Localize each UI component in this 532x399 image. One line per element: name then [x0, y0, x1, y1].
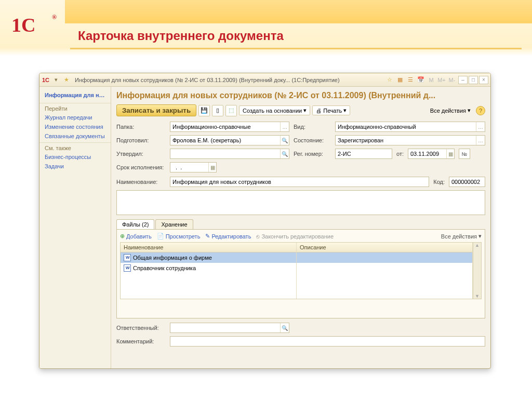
file-row[interactable]: Справочник сотрудника: [121, 263, 296, 273]
minimize-button[interactable]: –: [458, 76, 468, 84]
from-label: от:: [396, 151, 404, 157]
nav-link-processes[interactable]: Бизнес-процессы: [39, 152, 111, 162]
regnum-label: Рег. номер:: [294, 151, 331, 157]
prepared-label: Подготовил:: [116, 137, 166, 143]
scrollbar[interactable]: ▲▼: [473, 243, 481, 299]
printer-icon: 🖨: [316, 108, 322, 114]
approved-label: Утвердил:: [116, 151, 166, 157]
browse-icon[interactable]: …: [476, 122, 485, 131]
window-title-text: Информация для новых сотрудников (№ 2-ИС…: [73, 77, 383, 83]
file-table: Наименование Общая информация о фирме Сп…: [120, 242, 482, 299]
word-doc-icon: [124, 264, 131, 272]
help-icon[interactable]: ?: [476, 106, 485, 115]
tab-body-files: ⊕Добавить 📄Просмотреть ✎Редактировать ⎋З…: [116, 229, 485, 318]
calendar-icon[interactable]: ▦: [446, 149, 454, 158]
favorite-icon[interactable]: ☆: [385, 76, 394, 84]
word-doc-icon: [124, 254, 131, 261]
finish-edit-button[interactable]: ⎋Закончить редактирование: [256, 233, 334, 240]
workspace: Информация для нов… Перейти Журнал перед…: [39, 87, 490, 368]
code-field[interactable]: [449, 177, 485, 187]
main-toolbar: Записать и закрыть 💾 ▯ ⬚ Создать на осно…: [116, 104, 485, 116]
comment-field[interactable]: [170, 336, 485, 347]
mem-mminus[interactable]: M-: [448, 76, 456, 84]
chevron-down-icon: ▾: [478, 233, 482, 240]
print-button[interactable]: 🖨Печать▾: [312, 105, 350, 115]
nav-section-seealso: См. также: [39, 142, 111, 152]
tab-storage[interactable]: Хранение: [155, 219, 193, 229]
app-icon: 1С: [42, 76, 50, 84]
comment-label: Комментарий:: [116, 338, 166, 344]
files-all-actions-button[interactable]: Все действия▾: [441, 233, 482, 240]
content-area: Информация для новых сотрудников (№ 2-ИС…: [111, 87, 490, 368]
approved-field[interactable]: 🔍: [170, 149, 289, 159]
close-button[interactable]: ×: [479, 76, 488, 84]
stop-icon: ⎋: [256, 233, 260, 240]
chevron-down-icon: ▾: [343, 107, 347, 114]
grid-icon[interactable]: ▦: [396, 76, 404, 84]
nav-link-tasks[interactable]: Задачи: [39, 162, 111, 171]
window-titlebar: 1С ▾ ★ Информация для новых сотрудников …: [39, 73, 490, 87]
list-icon[interactable]: ☰: [406, 76, 415, 84]
dropdown-icon[interactable]: ▾: [52, 76, 60, 84]
responsible-field[interactable]: 🔍: [170, 323, 289, 333]
folder-label: Папка:: [116, 124, 166, 130]
regnum-field[interactable]: [335, 149, 392, 159]
description-textarea[interactable]: [116, 190, 485, 215]
col-header-desc[interactable]: Описание: [297, 243, 472, 252]
file-row-desc: [297, 263, 472, 273]
search-icon[interactable]: 🔍: [280, 323, 289, 332]
name-field[interactable]: [170, 177, 429, 187]
due-date-field[interactable]: ▦: [170, 162, 217, 172]
nav-link-state-change[interactable]: Изменение состояния: [39, 122, 111, 131]
star-icon[interactable]: ★: [62, 76, 71, 84]
calendar-icon[interactable]: ▦: [208, 163, 216, 172]
nav-title: Информация для нов…: [39, 90, 111, 101]
kind-field[interactable]: …: [335, 122, 485, 132]
plus-icon: ⊕: [120, 233, 125, 240]
nav-link-related-docs[interactable]: Связанные документы: [39, 131, 111, 141]
browse-icon[interactable]: …: [280, 122, 289, 131]
prepared-field[interactable]: 🔍: [170, 135, 289, 145]
slide-header: 1С Карточка внутреннего документа: [0, 0, 532, 57]
brand-bar: [65, 0, 532, 23]
code-label: Код:: [433, 179, 445, 185]
nav-panel: Информация для нов… Перейти Журнал перед…: [39, 87, 111, 368]
search-icon[interactable]: 🔍: [280, 136, 289, 145]
state-field[interactable]: …: [335, 135, 485, 145]
kind-label: Вид:: [294, 124, 331, 130]
window-controls: – □ ×: [458, 76, 488, 84]
search-icon[interactable]: 🔍: [280, 149, 289, 158]
tab-files[interactable]: Файлы (2): [116, 219, 154, 229]
file-row-desc: [297, 252, 472, 263]
new-icon[interactable]: ⬚: [225, 105, 237, 116]
create-based-on-button[interactable]: Создать на основании▾: [239, 105, 310, 115]
save-and-close-button[interactable]: Записать и закрыть: [116, 104, 196, 116]
edit-icon: ✎: [205, 233, 210, 240]
logo-1c: 1С: [11, 9, 56, 41]
from-date-field[interactable]: ▦: [408, 149, 455, 159]
edit-file-button[interactable]: ✎Редактировать: [205, 233, 251, 240]
number-button[interactable]: №: [459, 149, 470, 159]
content-title: Информация для новых сотрудников (№ 2-ИС…: [116, 91, 485, 100]
nav-section-goto: Перейти: [39, 103, 111, 113]
maximize-button[interactable]: □: [469, 76, 478, 84]
file-row[interactable]: Общая информация о фирме: [121, 252, 296, 263]
add-file-button[interactable]: ⊕Добавить: [120, 233, 152, 240]
document-icon: 📄: [157, 233, 164, 240]
folder-field[interactable]: …: [170, 122, 289, 132]
col-header-name[interactable]: Наименование: [121, 243, 296, 252]
view-file-button[interactable]: 📄Просмотреть: [157, 233, 201, 240]
chevron-down-icon: ▾: [303, 107, 307, 114]
nav-link-journal[interactable]: Журнал передачи: [39, 113, 111, 122]
title-underline: [70, 48, 522, 49]
mem-mplus[interactable]: M+: [437, 76, 446, 84]
all-actions-button[interactable]: Все действия▾: [427, 106, 474, 115]
calendar-icon[interactable]: 📅: [417, 76, 425, 84]
browse-icon[interactable]: …: [476, 136, 485, 145]
mem-m[interactable]: M: [427, 76, 435, 84]
due-label: Срок исполнения:: [116, 164, 166, 170]
document-icon[interactable]: ▯: [212, 105, 223, 116]
slide-title: Карточка внутреннего документа: [78, 29, 284, 43]
save-icon[interactable]: 💾: [198, 105, 210, 116]
app-window: 1С ▾ ★ Информация для новых сотрудников …: [39, 73, 491, 369]
